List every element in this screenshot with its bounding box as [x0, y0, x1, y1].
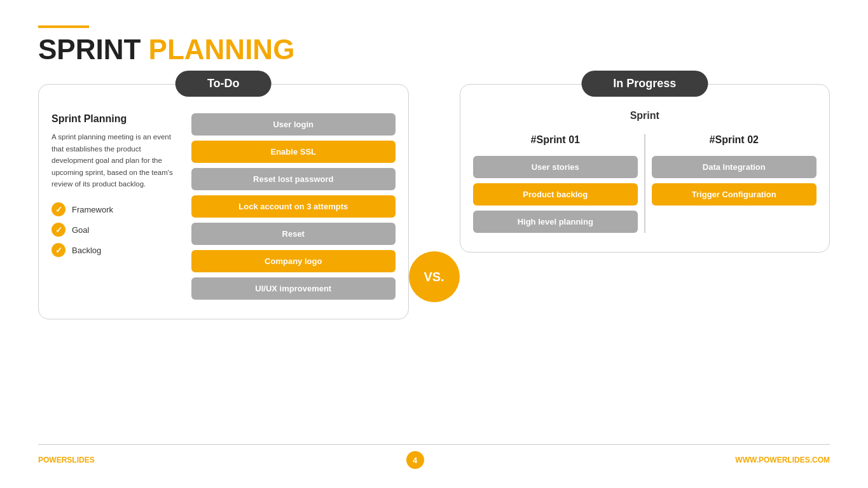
sprint-info-desc: A sprint planning meeting is an event th…	[52, 131, 179, 190]
check-item-framework: Framework	[52, 202, 179, 216]
footer-brand-orange: SLIDES	[67, 456, 94, 464]
sprint1-task-product-backlog: Product backlog	[473, 183, 638, 206]
check-icon-backlog	[52, 243, 65, 257]
sprint-col-2: #Sprint 02 Data Integration Trigger Conf…	[652, 134, 817, 233]
todo-task-list: User login Enable SSL Reset lost passwor…	[191, 110, 396, 300]
task-reset-password: Reset lost password	[191, 168, 396, 190]
sprint-col-2-title: #Sprint 02	[652, 134, 817, 146]
sprint1-task-user-stories: User stories	[473, 156, 638, 178]
task-lock-account: Lock account on 3 attempts	[191, 195, 396, 218]
footer-brand: POWERSLIDES	[38, 456, 95, 464]
task-company-logo: Company logo	[191, 250, 396, 272]
check-label-backlog: Backlog	[72, 246, 101, 255]
title-orange: PLANNING	[149, 34, 295, 65]
task-reset: Reset	[191, 223, 396, 245]
check-label-framework: Framework	[72, 205, 113, 214]
vs-label: VS.	[424, 270, 444, 284]
check-icon-framework	[52, 202, 65, 216]
footer-url: WWW.POWERLIDES.COM	[735, 456, 830, 464]
check-label-goal: Goal	[72, 225, 89, 235]
task-enable-ssl: Enable SSL	[191, 141, 396, 163]
sprint2-task-data-integration: Data Integration	[652, 156, 817, 178]
footer-page-number: 4	[406, 451, 424, 469]
todo-panel-body: Sprint Planning A sprint planning meetin…	[39, 85, 408, 306]
footer: POWERSLIDES 4 WWW.POWERLIDES.COM	[38, 444, 830, 469]
sprint-1-tasks: User stories Product backlog High level …	[473, 156, 638, 233]
todo-pill: To-Do	[176, 71, 272, 97]
page-title: SPRINT PLANNING	[38, 34, 830, 65]
check-icon-goal	[52, 223, 65, 237]
main-content: To-Do Sprint Planning A sprint planning …	[38, 84, 830, 444]
header-accent-line	[38, 25, 89, 28]
todo-panel: To-Do Sprint Planning A sprint planning …	[38, 84, 409, 319]
title-black: SPRINT	[38, 34, 141, 65]
in-progress-panel: In Progress Sprint #Sprint 01 User stori…	[460, 84, 830, 253]
page: SPRINT PLANNING To-Do Sprint Planning A …	[0, 0, 868, 488]
check-item-backlog: Backlog	[52, 243, 179, 257]
sprint-info: Sprint Planning A sprint planning meetin…	[52, 110, 179, 300]
sprint2-task-trigger-config: Trigger Configuration	[652, 183, 817, 206]
footer-brand-black: POWER	[38, 456, 67, 464]
sprint1-task-high-level: High level planning	[473, 211, 638, 233]
task-user-login: User login	[191, 113, 396, 136]
header: SPRINT PLANNING	[38, 25, 830, 65]
sprint-info-title: Sprint Planning	[52, 113, 179, 125]
sprint-section-title: Sprint	[473, 110, 817, 122]
check-item-goal: Goal	[52, 223, 179, 237]
vs-circle: VS.	[409, 251, 460, 302]
sprint-col-1: #Sprint 01 User stories Product backlog …	[473, 134, 638, 233]
checklist: Framework Goal Backlog	[52, 202, 179, 257]
in-progress-body: Sprint #Sprint 01 User stories Product b…	[460, 85, 830, 239]
sprint-col-divider	[644, 134, 645, 233]
task-ui-ux: UI/UX improvement	[191, 277, 396, 300]
sprint-columns: #Sprint 01 User stories Product backlog …	[473, 134, 817, 233]
sprint-col-1-title: #Sprint 01	[473, 134, 638, 146]
in-progress-pill: In Progress	[581, 71, 708, 97]
sprint-2-tasks: Data Integration Trigger Configuration	[652, 156, 817, 206]
